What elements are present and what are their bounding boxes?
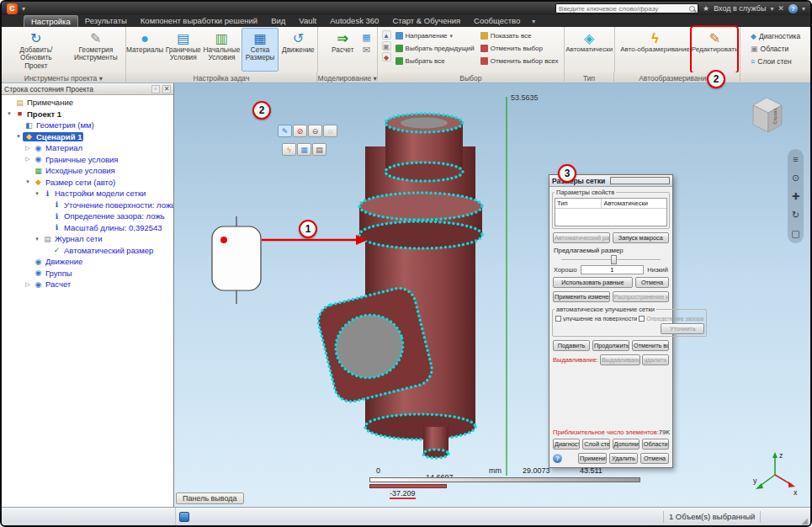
steering-wheel-icon[interactable]: ≡	[793, 154, 798, 164]
select-box-icon[interactable]: ▣	[382, 41, 391, 51]
tank-sketch[interactable]	[212, 216, 261, 304]
dialog-cancel-button[interactable]: Отмена	[640, 453, 669, 464]
signin-label[interactable]: Вход в службы	[714, 4, 766, 13]
checkbox-box[interactable]	[555, 316, 561, 322]
tree-item[interactable]: ▷ ◉ Материал	[2, 142, 173, 154]
wall-layer-button[interactable]: Слой стены...	[582, 439, 609, 450]
select-all-button[interactable]: Выбрать все	[393, 55, 477, 67]
surface-refinement-checkbox[interactable]: улучшение на поверхности	[555, 316, 637, 322]
dialog-apply-button[interactable]: Применить	[578, 453, 607, 464]
zoom-icon[interactable]: ⊙	[792, 173, 799, 183]
ribbon-tab[interactable]: Настройка	[24, 15, 78, 27]
tree-item[interactable]: ◉ Движение	[2, 256, 173, 268]
tree-item[interactable]: ◉ Группы	[2, 268, 173, 279]
tree-expander-icon[interactable]: ▷	[24, 281, 32, 288]
automatic-size-button[interactable]: Автоматический размер	[553, 232, 610, 243]
size-value-input[interactable]	[581, 265, 645, 274]
look-at-icon[interactable]: ▢	[791, 228, 799, 238]
dialog-close-button[interactable]	[610, 177, 670, 184]
dialog-delete-button[interactable]: Удалить	[609, 453, 638, 464]
dialog-help-icon[interactable]: ?	[553, 454, 562, 463]
ribbon-tab[interactable]: Результаты	[78, 15, 134, 27]
tree-item[interactable]: ▷ ◉ Расчет	[2, 279, 173, 290]
diagnostics-button[interactable]: ◆ Диагностика	[748, 29, 803, 42]
tree-expander-icon[interactable]: ▾	[24, 178, 32, 185]
tree-expander-icon[interactable]: ▾	[14, 133, 23, 140]
solve-button[interactable]: ⇒ Расчет	[324, 28, 361, 72]
tree-item[interactable]: ▾ ◆ Сценарий 1	[2, 131, 173, 143]
vessel-model[interactable]	[315, 114, 482, 458]
refine-button[interactable]: Уточнить	[661, 323, 704, 334]
edit-mesh-button[interactable]: ✎ Редактировать	[693, 28, 736, 72]
pan-icon[interactable]: ✚	[792, 191, 799, 201]
apply-changes-button[interactable]: Применить изменения	[553, 291, 610, 302]
tree-item[interactable]: ▾ ℹ Настройки модели сетки	[2, 188, 173, 200]
help-icon[interactable]: ?	[788, 4, 798, 13]
suggested-size-slider[interactable]	[561, 255, 661, 264]
select-previous-button[interactable]: Выбрать предыдущий	[393, 42, 477, 55]
panel-close-icon[interactable]: ✕	[162, 85, 171, 93]
favorites-star-icon[interactable]: ★	[703, 4, 709, 13]
direction-dropdown[interactable]: Направление ▾	[393, 29, 477, 42]
tree-item[interactable]: ℹ Уточнение поверхности: ложь	[2, 200, 173, 211]
gap-detection-checkbox[interactable]: Определение зазора	[639, 316, 703, 322]
mesh-tool-icon[interactable]: ▦	[297, 143, 311, 156]
search-input[interactable]	[559, 5, 687, 13]
ribbon-tab[interactable]: Сообщество	[467, 15, 527, 27]
mesh-sizes-button[interactable]: ▦ Сетка Размеры	[241, 28, 279, 72]
advanced-button[interactable]: Дополнительно...	[613, 439, 640, 450]
ribbon-tab[interactable]: Вид	[264, 15, 292, 27]
app-menu-chevron-icon[interactable]: ▾	[22, 5, 25, 13]
wall-layers-button[interactable]: ≡ Слои стен	[748, 55, 803, 67]
ribbon-tab[interactable]: Autodesk 360	[323, 15, 385, 27]
results-grid-icon[interactable]: ▦	[362, 32, 370, 42]
tree-item[interactable]: ✓ Автоматический размер	[2, 245, 173, 257]
resize-grip[interactable]: ◢	[801, 516, 808, 525]
viewport-3d[interactable]: .dots{stroke:#00dede;stroke-width:3.4;st…	[174, 83, 810, 507]
diagnostics-dialog-button[interactable]: Диагностика...	[553, 439, 580, 450]
tree-item[interactable]: ▾ ◆ Размер сети (авто)	[2, 177, 173, 189]
search-box[interactable]	[555, 3, 698, 13]
tree-expander-icon[interactable]: ▾	[33, 190, 41, 197]
tree-item[interactable]: ▦ Исходные условия	[2, 165, 173, 177]
app-logo-icon[interactable]: C	[7, 3, 18, 14]
close-session-icon[interactable]: ✕	[778, 4, 784, 13]
tree-item[interactable]: ▾ ■ Проект 1	[2, 109, 173, 120]
show-all-button[interactable]: Показать все	[478, 29, 561, 42]
orbit-icon[interactable]: ↻	[792, 210, 799, 220]
exclude-tool-icon[interactable]: ⊘	[293, 125, 307, 137]
tree-item[interactable]: ℹ Масштаб длины: 0,392543	[2, 222, 173, 234]
regions-dialog-button[interactable]: Области...	[642, 439, 669, 450]
add-update-project-button[interactable]: ↻ Добавить/Обновить Проект	[4, 28, 68, 72]
boundary-conditions-button[interactable]: ▤ Граничные Условия	[165, 28, 202, 72]
use-uniform-button[interactable]: Использовать равные	[553, 277, 633, 288]
tree-item[interactable]: ℹ Определение зазора: ложь	[2, 210, 173, 222]
checkbox-box[interactable]	[639, 316, 645, 322]
motion-button[interactable]: ↺ Движение	[279, 28, 316, 72]
cancel-all-button[interactable]: Отменить все	[632, 340, 669, 351]
materials-button[interactable]: ● Материалы	[126, 28, 164, 72]
output-panel-button[interactable]: Панель вывода	[176, 492, 244, 504]
auto-size-button[interactable]: ϟ Авто-образмеривание	[618, 28, 692, 72]
autosize-tool-icon[interactable]: ϟ	[282, 143, 296, 156]
continue-button[interactable]: Продолжить	[592, 340, 629, 351]
select-filter-icon[interactable]: ◆	[382, 52, 391, 61]
ribbon-tab[interactable]: Компонент выработки решений	[134, 15, 264, 27]
tree-item[interactable]: ◧ Геометрия (мм)	[2, 120, 173, 131]
help-chevron-icon[interactable]: ▾	[802, 5, 805, 13]
ribbon-tab[interactable]: Vault	[292, 15, 323, 27]
edit-tool-icon[interactable]: ✎	[278, 125, 292, 137]
deselect-all-button[interactable]: Отменить выбор всех	[478, 55, 561, 67]
tree-item[interactable]: ▤ Примечание	[2, 97, 173, 109]
slider-thumb[interactable]	[611, 255, 617, 264]
regions-button[interactable]: ▣ Области	[748, 42, 803, 55]
tree-expander-icon[interactable]: ▷	[24, 156, 32, 162]
uniform-cancel-button[interactable]: Отмена	[635, 277, 669, 288]
spread-changes-button[interactable]: Распространение изменений	[613, 291, 670, 302]
suppress-button[interactable]: Подавить	[553, 340, 590, 351]
signin-chevron-icon[interactable]: ▾	[770, 5, 773, 13]
group-label-simulation[interactable]: Моделирование ▾	[317, 72, 378, 83]
save-tool-icon[interactable]: ▤	[312, 143, 326, 156]
tree-expander-icon[interactable]: ▷	[24, 145, 32, 152]
mesh-extrusion-button[interactable]: Выдавливание сети	[600, 354, 640, 365]
